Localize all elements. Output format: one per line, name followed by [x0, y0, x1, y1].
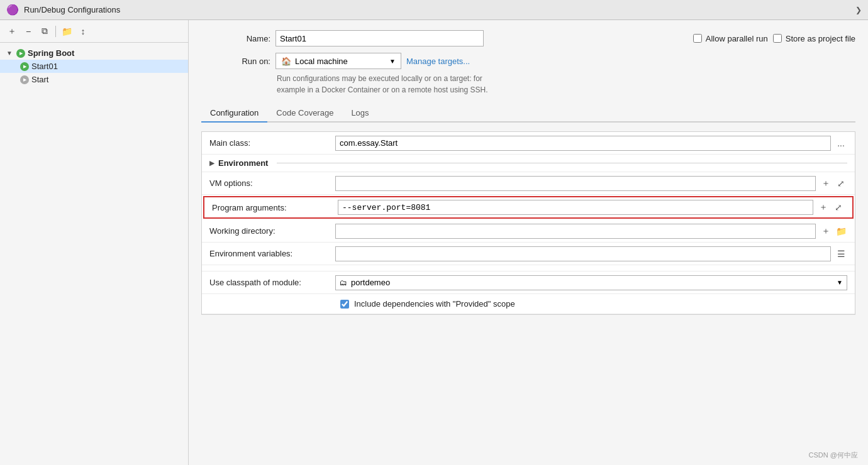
add-icon: ＋ [8, 26, 16, 37]
vm-options-actions: ＋ ⤢ [820, 177, 847, 190]
environment-section-header[interactable]: ▶ Environment [202, 155, 855, 172]
remove-configuration-button[interactable]: − [21, 25, 35, 38]
include-deps-label: Include dependencies with "Provided" sco… [354, 299, 515, 309]
config-section: Main class: ... ▶ Environment VM options… [201, 131, 855, 315]
environment-variables-row: Environment variables: ☰ [202, 243, 855, 265]
store-as-project-file-label: Store as project file [786, 34, 855, 43]
store-as-project-file-option[interactable]: Store as project file [773, 34, 855, 43]
name-label: Name: [201, 34, 270, 43]
sort-button[interactable]: ↕ [76, 25, 90, 38]
program-arguments-add-button[interactable]: ＋ [817, 201, 830, 214]
title-bar: 🟣 Run/Debug Configurations ❯ [0, 0, 868, 20]
name-input[interactable] [275, 30, 484, 46]
working-directory-label: Working directory: [209, 226, 335, 236]
run-on-label: Run on: [201, 57, 270, 66]
spring-boot-group: ▼ Spring Boot Start01 Start [0, 45, 188, 87]
main-container: ＋ − ⧉ 📁 ↕ ▼ Spring Boot [0, 20, 868, 465]
spacer-row [202, 265, 855, 271]
use-classpath-label: Use classpath of module: [209, 278, 335, 287]
environment-variables-edit-button[interactable]: ☰ [835, 248, 847, 260]
environment-chevron-icon: ▶ [209, 160, 214, 167]
main-class-row: Main class: ... [202, 132, 855, 155]
run-hint-line1: Run configurations may be executed local… [277, 73, 855, 84]
vm-options-row: VM options: ＋ ⤢ [202, 172, 855, 195]
allow-parallel-run-option[interactable]: Allow parallel run [693, 34, 768, 43]
tabs: Configuration Code Coverage Logs [201, 104, 855, 123]
dropdown-chevron-icon: ▼ [389, 58, 396, 65]
tree-item-start01[interactable]: Start01 [0, 60, 188, 73]
folder-icon: 📁 [62, 26, 72, 36]
classpath-module-dropdown[interactable]: 🗂 portdemeo ▼ [335, 275, 847, 290]
include-deps-checkbox[interactable] [340, 300, 349, 309]
include-deps-row: Include dependencies with "Provided" sco… [202, 294, 855, 314]
house-icon: 🏠 [281, 57, 291, 66]
remove-icon: − [26, 26, 31, 36]
working-directory-row: Working directory: ＋ 📁 [202, 220, 855, 243]
allow-parallel-run-label: Allow parallel run [706, 34, 768, 43]
dialog-title: Run/Debug Configurations [24, 5, 850, 14]
local-machine-text: Local machine [295, 57, 348, 66]
module-icon: 🗂 [340, 278, 347, 287]
working-directory-actions: ＋ 📁 [820, 225, 847, 238]
program-arguments-expand-button[interactable]: ⤢ [832, 201, 845, 214]
classpath-dropdown-chevron-icon: ▼ [837, 279, 843, 286]
add-configuration-button[interactable]: ＋ [5, 25, 19, 38]
tree-area: ▼ Spring Boot Start01 Start [0, 43, 188, 465]
working-directory-input[interactable] [335, 224, 816, 239]
classpath-module-value: portdemeo [351, 278, 390, 287]
tab-logs[interactable]: Logs [342, 104, 377, 123]
main-class-input[interactable] [335, 136, 831, 151]
sort-icon: ↕ [81, 26, 86, 36]
tab-configuration[interactable]: Configuration [201, 104, 267, 123]
move-folder-button[interactable]: 📁 [60, 25, 74, 38]
vm-options-input[interactable] [335, 176, 816, 191]
main-class-label: Main class: [209, 138, 335, 148]
start01-label: Start01 [31, 62, 58, 71]
toolbar: ＋ − ⧉ 📁 ↕ [0, 20, 188, 43]
left-panel: ＋ − ⧉ 📁 ↕ ▼ Spring Boot [0, 20, 189, 465]
start-icon [20, 75, 29, 84]
allow-parallel-run-checkbox[interactable] [693, 34, 702, 43]
toolbar-separator [55, 26, 56, 37]
run-hint: Run configurations may be executed local… [277, 73, 855, 96]
chevron-icon: ▼ [5, 50, 14, 57]
main-class-actions: ... [835, 137, 847, 150]
tab-code-coverage[interactable]: Code Coverage [267, 104, 342, 123]
run-on-row: Run on: 🏠 Local machine ▼ Manage targets… [201, 53, 855, 69]
environment-variables-input[interactable] [335, 246, 831, 261]
spring-boot-icon [16, 49, 25, 58]
start-label: Start [31, 75, 48, 84]
tree-item-start[interactable]: Start [0, 73, 188, 86]
right-panel: Name: Allow parallel run Store as projec… [189, 20, 868, 465]
program-arguments-actions: ＋ ⤢ [817, 201, 845, 214]
tree-item-spring-boot[interactable]: ▼ Spring Boot [0, 46, 188, 60]
environment-variables-actions: ☰ [835, 248, 847, 260]
run-hint-line2: example in a Docker Container or on a re… [277, 84, 855, 96]
main-class-browse-button[interactable]: ... [835, 137, 847, 150]
app-icon: 🟣 [6, 4, 19, 16]
expand-btn[interactable]: ❯ [855, 6, 862, 14]
vm-options-label: VM options: [209, 178, 335, 188]
spring-boot-label: Spring Boot [28, 48, 74, 58]
program-arguments-label: Program arguments: [212, 203, 338, 212]
working-directory-add-button[interactable]: ＋ [820, 225, 832, 238]
program-arguments-row: Program arguments: ＋ ⤢ [203, 196, 854, 219]
environment-variables-label: Environment variables: [209, 249, 335, 258]
vm-options-expand-button[interactable]: ⤢ [835, 177, 847, 190]
copy-configuration-button[interactable]: ⧉ [38, 25, 52, 38]
working-directory-browse-button[interactable]: 📁 [835, 225, 847, 238]
manage-targets-link[interactable]: Manage targets... [406, 57, 470, 66]
local-machine-dropdown[interactable]: 🏠 Local machine ▼ [275, 53, 401, 69]
store-as-project-file-checkbox[interactable] [773, 34, 782, 43]
copy-icon: ⧉ [42, 26, 48, 36]
program-arguments-input[interactable] [338, 200, 813, 215]
use-classpath-row: Use classpath of module: 🗂 portdemeo ▼ [202, 271, 855, 294]
environment-label: Environment [218, 158, 268, 168]
vm-options-add-button[interactable]: ＋ [820, 177, 832, 190]
watermark: CSDN @何中应 [809, 451, 858, 460]
start01-icon [20, 62, 29, 71]
name-row: Name: Allow parallel run Store as projec… [201, 30, 855, 46]
